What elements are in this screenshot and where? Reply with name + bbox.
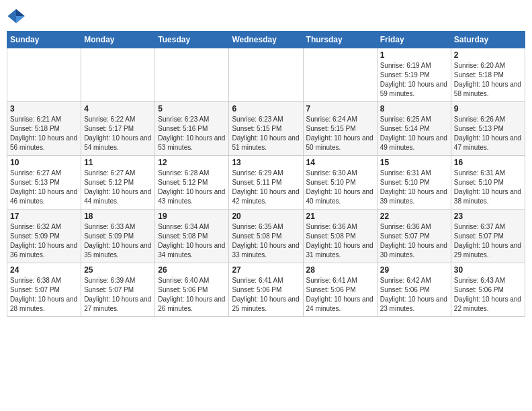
- calendar-cell: 13Sunrise: 6:29 AMSunset: 5:11 PMDayligh…: [229, 156, 303, 210]
- day-number: 25: [84, 265, 152, 275]
- day-number: 12: [158, 158, 226, 167]
- calendar-cell: 10Sunrise: 6:27 AMSunset: 5:13 PMDayligh…: [7, 156, 81, 210]
- calendar-cell: 28Sunrise: 6:41 AMSunset: 5:06 PMDayligh…: [303, 263, 377, 317]
- calendar-cell: [229, 48, 303, 102]
- day-info: Sunrise: 6:35 AMSunset: 5:08 PMDaylight:…: [232, 222, 300, 260]
- day-number: 22: [380, 212, 448, 221]
- day-info: Sunrise: 6:19 AMSunset: 5:19 PMDaylight:…: [380, 61, 448, 99]
- day-info: Sunrise: 6:36 AMSunset: 5:08 PMDaylight:…: [306, 222, 374, 260]
- weekday-header: Friday: [377, 32, 451, 48]
- day-info: Sunrise: 6:41 AMSunset: 5:06 PMDaylight:…: [306, 276, 374, 314]
- weekday-header: Wednesday: [229, 32, 303, 48]
- calendar-cell: [7, 48, 81, 102]
- calendar-cell: 3Sunrise: 6:21 AMSunset: 5:18 PMDaylight…: [7, 102, 81, 156]
- calendar-cell: 8Sunrise: 6:25 AMSunset: 5:14 PMDaylight…: [377, 102, 451, 156]
- day-number: 30: [454, 265, 522, 275]
- day-info: Sunrise: 6:37 AMSunset: 5:07 PMDaylight:…: [454, 222, 522, 260]
- calendar-cell: 4Sunrise: 6:22 AMSunset: 5:17 PMDaylight…: [81, 102, 155, 156]
- day-info: Sunrise: 6:39 AMSunset: 5:07 PMDaylight:…: [84, 276, 152, 314]
- day-number: 24: [10, 265, 78, 275]
- day-info: Sunrise: 6:31 AMSunset: 5:10 PMDaylight:…: [454, 169, 522, 206]
- day-number: 15: [380, 158, 448, 167]
- day-number: 2: [454, 50, 522, 60]
- calendar-cell: 25Sunrise: 6:39 AMSunset: 5:07 PMDayligh…: [81, 263, 155, 317]
- calendar-cell: 7Sunrise: 6:24 AMSunset: 5:15 PMDaylight…: [303, 102, 377, 156]
- calendar-cell: 23Sunrise: 6:37 AMSunset: 5:07 PMDayligh…: [451, 210, 525, 263]
- day-number: 27: [232, 265, 300, 275]
- calendar-cell: 17Sunrise: 6:32 AMSunset: 5:09 PMDayligh…: [7, 210, 81, 263]
- logo: [7, 7, 28, 26]
- day-number: 19: [158, 212, 226, 221]
- day-info: Sunrise: 6:43 AMSunset: 5:06 PMDaylight:…: [454, 276, 522, 314]
- calendar-cell: 21Sunrise: 6:36 AMSunset: 5:08 PMDayligh…: [303, 210, 377, 263]
- calendar-cell: 9Sunrise: 6:26 AMSunset: 5:13 PMDaylight…: [451, 102, 525, 156]
- day-info: Sunrise: 6:23 AMSunset: 5:15 PMDaylight:…: [232, 115, 300, 152]
- day-number: 9: [454, 104, 522, 113]
- weekday-header: Monday: [81, 32, 155, 48]
- calendar-cell: 14Sunrise: 6:30 AMSunset: 5:10 PMDayligh…: [303, 156, 377, 210]
- day-info: Sunrise: 6:21 AMSunset: 5:18 PMDaylight:…: [10, 115, 78, 152]
- day-info: Sunrise: 6:33 AMSunset: 5:09 PMDaylight:…: [84, 222, 152, 260]
- page-header: [7, 7, 525, 26]
- calendar-week-row: 3Sunrise: 6:21 AMSunset: 5:18 PMDaylight…: [7, 102, 525, 156]
- day-info: Sunrise: 6:36 AMSunset: 5:07 PMDaylight:…: [380, 222, 448, 260]
- day-number: 14: [306, 158, 374, 167]
- day-info: Sunrise: 6:41 AMSunset: 5:06 PMDaylight:…: [232, 276, 300, 314]
- calendar-cell: 30Sunrise: 6:43 AMSunset: 5:06 PMDayligh…: [451, 263, 525, 317]
- day-info: Sunrise: 6:40 AMSunset: 5:06 PMDaylight:…: [158, 276, 226, 314]
- calendar-cell: 16Sunrise: 6:31 AMSunset: 5:10 PMDayligh…: [451, 156, 525, 210]
- calendar-cell: 2Sunrise: 6:20 AMSunset: 5:18 PMDaylight…: [451, 48, 525, 102]
- day-info: Sunrise: 6:24 AMSunset: 5:15 PMDaylight:…: [306, 115, 374, 152]
- calendar-cell: 18Sunrise: 6:33 AMSunset: 5:09 PMDayligh…: [81, 210, 155, 263]
- day-number: 21: [306, 212, 374, 221]
- weekday-header: Thursday: [303, 32, 377, 48]
- day-number: 17: [10, 212, 78, 221]
- calendar-week-row: 1Sunrise: 6:19 AMSunset: 5:19 PMDaylight…: [7, 48, 525, 102]
- day-number: 7: [306, 104, 374, 113]
- calendar-cell: 11Sunrise: 6:27 AMSunset: 5:12 PMDayligh…: [81, 156, 155, 210]
- day-number: 13: [232, 158, 300, 167]
- day-info: Sunrise: 6:26 AMSunset: 5:13 PMDaylight:…: [454, 115, 522, 152]
- calendar-cell: 1Sunrise: 6:19 AMSunset: 5:19 PMDaylight…: [377, 48, 451, 102]
- day-info: Sunrise: 6:23 AMSunset: 5:16 PMDaylight:…: [158, 115, 226, 152]
- day-info: Sunrise: 6:27 AMSunset: 5:13 PMDaylight:…: [10, 169, 78, 206]
- calendar-cell: [303, 48, 377, 102]
- day-number: 29: [380, 265, 448, 275]
- day-number: 6: [232, 104, 300, 113]
- day-number: 11: [84, 158, 152, 167]
- weekday-header: Saturday: [451, 32, 525, 48]
- day-number: 23: [454, 212, 522, 221]
- day-number: 20: [232, 212, 300, 221]
- day-number: 16: [454, 158, 522, 167]
- svg-marker-1: [16, 9, 25, 17]
- logo-icon: [7, 7, 26, 26]
- day-info: Sunrise: 6:25 AMSunset: 5:14 PMDaylight:…: [380, 115, 448, 152]
- day-info: Sunrise: 6:31 AMSunset: 5:10 PMDaylight:…: [380, 169, 448, 206]
- day-number: 5: [158, 104, 226, 113]
- day-number: 18: [84, 212, 152, 221]
- calendar-cell: 5Sunrise: 6:23 AMSunset: 5:16 PMDaylight…: [155, 102, 229, 156]
- day-number: 28: [306, 265, 374, 275]
- svg-marker-2: [16, 16, 25, 24]
- day-info: Sunrise: 6:30 AMSunset: 5:10 PMDaylight:…: [306, 169, 374, 206]
- day-number: 4: [84, 104, 152, 113]
- calendar-week-row: 10Sunrise: 6:27 AMSunset: 5:13 PMDayligh…: [7, 156, 525, 210]
- calendar-cell: 26Sunrise: 6:40 AMSunset: 5:06 PMDayligh…: [155, 263, 229, 317]
- calendar-cell: [155, 48, 229, 102]
- calendar-cell: 12Sunrise: 6:28 AMSunset: 5:12 PMDayligh…: [155, 156, 229, 210]
- weekday-header: Sunday: [7, 32, 81, 48]
- day-number: 3: [10, 104, 78, 113]
- day-info: Sunrise: 6:27 AMSunset: 5:12 PMDaylight:…: [84, 169, 152, 206]
- day-info: Sunrise: 6:29 AMSunset: 5:11 PMDaylight:…: [232, 169, 300, 206]
- day-info: Sunrise: 6:28 AMSunset: 5:12 PMDaylight:…: [158, 169, 226, 206]
- day-info: Sunrise: 6:42 AMSunset: 5:06 PMDaylight:…: [380, 276, 448, 314]
- calendar-cell: 22Sunrise: 6:36 AMSunset: 5:07 PMDayligh…: [377, 210, 451, 263]
- weekday-header-row: SundayMondayTuesdayWednesdayThursdayFrid…: [7, 32, 525, 48]
- calendar-week-row: 17Sunrise: 6:32 AMSunset: 5:09 PMDayligh…: [7, 210, 525, 263]
- day-info: Sunrise: 6:34 AMSunset: 5:08 PMDaylight:…: [158, 222, 226, 260]
- calendar-cell: [81, 48, 155, 102]
- weekday-header: Tuesday: [155, 32, 229, 48]
- calendar-cell: 20Sunrise: 6:35 AMSunset: 5:08 PMDayligh…: [229, 210, 303, 263]
- day-number: 26: [158, 265, 226, 275]
- calendar-cell: 24Sunrise: 6:38 AMSunset: 5:07 PMDayligh…: [7, 263, 81, 317]
